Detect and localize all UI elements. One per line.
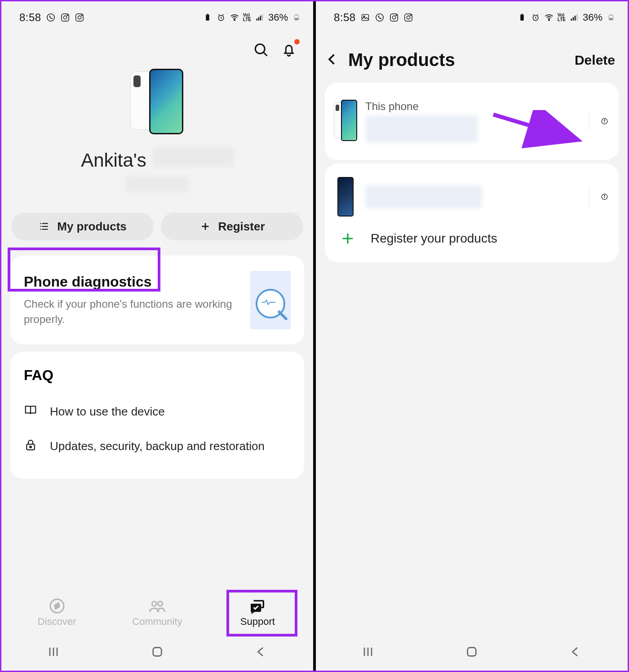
whatsapp-icon — [46, 13, 56, 22]
faq-item-how-to-use[interactable]: How to use the device — [24, 394, 291, 429]
status-time: 8:58 — [334, 11, 356, 24]
faq-card: FAQ How to use the device Updates, secur… — [10, 352, 304, 479]
battery-saver-icon — [203, 13, 213, 22]
svg-point-49 — [604, 195, 605, 196]
back-icon[interactable] — [324, 51, 340, 69]
product-row[interactable] — [334, 172, 608, 222]
info-button[interactable] — [589, 187, 608, 206]
home-button[interactable] — [465, 645, 479, 661]
svg-point-31 — [396, 15, 397, 16]
back-button[interactable] — [254, 645, 268, 661]
status-time: 8:58 — [19, 11, 41, 24]
diagnostics-subtitle: Check if your phone's functions are work… — [24, 296, 241, 327]
nav-label: Discover — [38, 616, 76, 628]
instagram-outline-icon — [389, 13, 399, 22]
svg-rect-7 — [206, 14, 209, 21]
screen-support: 8:58 Vo)LTE 36% — [1, 1, 313, 671]
signal-icon — [255, 13, 265, 22]
svg-rect-35 — [520, 14, 524, 21]
wifi-icon — [230, 13, 239, 22]
svg-point-24 — [158, 601, 163, 606]
svg-point-0 — [47, 14, 54, 22]
search-icon[interactable] — [253, 42, 269, 60]
svg-rect-11 — [256, 19, 257, 21]
device-name-redacted — [365, 185, 482, 208]
device-name-redacted — [365, 115, 478, 142]
svg-point-28 — [376, 14, 383, 22]
instagram-icon — [75, 13, 84, 22]
device-thumbnail — [337, 177, 354, 217]
svg-rect-36 — [521, 14, 523, 15]
instagram-icon — [403, 13, 413, 22]
notifications-icon[interactable] — [281, 42, 297, 60]
svg-rect-39 — [571, 19, 572, 21]
faq-item-label: How to use the device — [50, 405, 165, 419]
lock-icon — [24, 438, 38, 455]
svg-point-10 — [234, 19, 235, 21]
whatsapp-icon — [375, 13, 385, 22]
status-bar: 8:58 Vo)LTE 36% — [1, 1, 313, 28]
register-your-products[interactable]: Register your products — [334, 222, 608, 251]
svg-point-38 — [549, 19, 550, 21]
android-nav-bar — [1, 635, 313, 671]
svg-rect-13 — [260, 16, 261, 21]
svg-rect-44 — [610, 15, 612, 15]
svg-rect-51 — [468, 648, 476, 656]
back-button[interactable] — [568, 645, 583, 661]
nav-community[interactable]: Community — [124, 595, 191, 629]
svg-rect-26 — [362, 14, 368, 20]
svg-rect-41 — [575, 16, 576, 21]
faq-title: FAQ — [24, 367, 291, 384]
faq-item-updates-security[interactable]: Updates, security, backup and restoratio… — [24, 429, 291, 464]
recents-button[interactable] — [361, 645, 375, 661]
android-nav-bar — [316, 635, 628, 671]
notification-dot — [294, 39, 300, 44]
home-button[interactable] — [150, 645, 164, 661]
register-label: Register — [218, 220, 265, 234]
device-owner-name: Ankita's — [1, 147, 313, 171]
svg-point-27 — [363, 16, 365, 17]
phone-diagnostics-card[interactable]: Phone diagnostics Check if your phone's … — [10, 256, 304, 345]
svg-rect-17 — [295, 18, 298, 20]
svg-rect-40 — [573, 17, 574, 20]
svg-rect-14 — [262, 14, 263, 21]
instagram-outline-icon — [60, 13, 70, 22]
volte-icon: Vo)LTE — [243, 13, 251, 22]
svg-point-3 — [67, 15, 68, 16]
svg-point-5 — [78, 16, 81, 19]
register-button[interactable]: Register — [161, 212, 303, 240]
my-products-button[interactable]: My products — [11, 212, 154, 240]
volte-icon: Vo)LTE — [558, 13, 566, 22]
other-products-card: Register your products — [325, 164, 619, 262]
svg-rect-45 — [609, 18, 613, 20]
faq-item-label: Updates, security, backup and restoratio… — [50, 438, 265, 454]
alarm-icon — [216, 13, 226, 22]
diagnostics-icon — [250, 271, 291, 329]
this-phone-label: This phone — [365, 100, 581, 113]
svg-point-20 — [30, 446, 31, 448]
svg-point-6 — [81, 15, 82, 16]
bottom-nav: Discover Community Support — [1, 592, 313, 635]
nav-support[interactable]: Support — [224, 595, 291, 629]
alarm-icon — [531, 13, 540, 22]
nav-label: Support — [240, 616, 275, 628]
battery-percent: 36% — [268, 12, 288, 23]
this-phone-card[interactable]: This phone — [325, 83, 619, 160]
svg-rect-16 — [296, 15, 298, 15]
my-products-label: My products — [57, 220, 127, 234]
info-button[interactable] — [589, 112, 608, 131]
svg-point-33 — [407, 16, 410, 19]
device-thumbnail — [334, 100, 357, 143]
nav-discover[interactable]: Discover — [23, 595, 91, 629]
svg-point-2 — [63, 16, 66, 19]
status-bar: 8:58 Vo)LTE — [316, 1, 628, 28]
recents-button[interactable] — [46, 645, 61, 661]
svg-point-47 — [604, 120, 605, 121]
svg-marker-22 — [55, 603, 59, 609]
svg-rect-25 — [153, 648, 162, 656]
battery-saver-icon — [517, 13, 527, 22]
screen-my-products: 8:58 Vo)LTE — [316, 1, 628, 671]
delete-button[interactable]: Delete — [575, 53, 615, 68]
gallery-icon — [360, 13, 370, 22]
battery-icon — [606, 13, 616, 22]
